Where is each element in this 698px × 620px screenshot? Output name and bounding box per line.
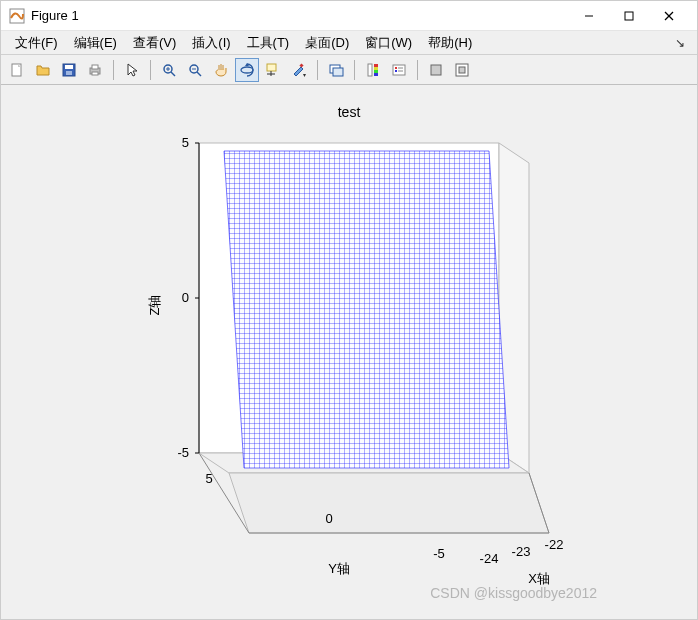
new-figure-icon[interactable] — [5, 58, 29, 82]
open-icon[interactable] — [31, 58, 55, 82]
svg-rect-31 — [374, 64, 378, 67]
data-cursor-icon[interactable] — [261, 58, 285, 82]
colorbar-icon[interactable] — [361, 58, 385, 82]
brush-icon[interactable] — [287, 58, 311, 82]
menu-window[interactable]: 窗口(W) — [357, 32, 420, 54]
menu-edit[interactable]: 编辑(E) — [66, 32, 125, 54]
link-icon[interactable] — [324, 58, 348, 82]
y-axis-label: Y轴 — [328, 561, 350, 576]
toolbar-separator — [317, 60, 318, 80]
menu-desktop[interactable]: 桌面(D) — [297, 32, 357, 54]
svg-rect-33 — [374, 70, 378, 73]
legend-icon[interactable] — [387, 58, 411, 82]
x-tick: -23 — [512, 544, 531, 559]
zoom-in-icon[interactable] — [157, 58, 181, 82]
menubar: 文件(F) 编辑(E) 查看(V) 插入(I) 工具(T) 桌面(D) 窗口(W… — [1, 31, 697, 55]
close-button[interactable] — [649, 2, 689, 30]
window-title: Figure 1 — [31, 8, 79, 23]
svg-rect-35 — [393, 65, 405, 75]
svg-rect-12 — [92, 72, 98, 75]
surface-mesh — [224, 151, 509, 468]
svg-rect-9 — [66, 71, 72, 75]
svg-rect-23 — [267, 64, 276, 71]
print-icon[interactable] — [83, 58, 107, 82]
y-tick: 0 — [325, 511, 332, 526]
plot-area[interactable]: test 5 0 -5 Z轴 5 0 -5 Y轴 -24 -23 -22 X轴 — [1, 85, 697, 619]
toolbar-separator — [417, 60, 418, 80]
toolbar — [1, 55, 697, 85]
z-axis-label: Z轴 — [147, 295, 162, 316]
save-icon[interactable] — [57, 58, 81, 82]
menu-file[interactable]: 文件(F) — [7, 32, 66, 54]
app-icon — [9, 8, 25, 24]
toolbar-separator — [354, 60, 355, 80]
menubar-overflow-icon[interactable]: ↘ — [669, 36, 691, 50]
svg-line-19 — [197, 72, 201, 76]
toolbar-separator — [113, 60, 114, 80]
rotate3d-icon[interactable] — [235, 58, 259, 82]
menu-help[interactable]: 帮助(H) — [420, 32, 480, 54]
z-tick: 0 — [182, 290, 189, 305]
svg-rect-29 — [333, 68, 343, 76]
svg-rect-26 — [299, 63, 303, 67]
maximize-button[interactable] — [609, 2, 649, 30]
svg-rect-40 — [431, 65, 441, 75]
svg-rect-11 — [92, 65, 98, 69]
svg-rect-34 — [374, 73, 378, 76]
pointer-icon[interactable] — [120, 58, 144, 82]
svg-rect-32 — [374, 67, 378, 70]
axes-3d: test 5 0 -5 Z轴 5 0 -5 Y轴 -24 -23 -22 X轴 — [9, 93, 689, 613]
toolbar-separator — [150, 60, 151, 80]
menu-tools[interactable]: 工具(T) — [239, 32, 298, 54]
menu-view[interactable]: 查看(V) — [125, 32, 184, 54]
x-axis-label: X轴 — [528, 571, 550, 586]
svg-rect-42 — [459, 67, 465, 73]
svg-rect-2 — [625, 12, 633, 20]
z-tick: -5 — [177, 445, 189, 460]
svg-rect-8 — [65, 65, 73, 69]
x-tick: -24 — [480, 551, 499, 566]
svg-marker-49 — [229, 473, 549, 533]
svg-line-15 — [171, 72, 175, 76]
svg-point-21 — [241, 67, 253, 73]
y-tick: -5 — [433, 546, 445, 561]
show-plot-tools-icon[interactable] — [450, 58, 474, 82]
z-tick: 5 — [182, 135, 189, 150]
svg-marker-27 — [303, 74, 306, 77]
x-tick: -22 — [545, 537, 564, 552]
menu-insert[interactable]: 插入(I) — [184, 32, 238, 54]
zoom-out-icon[interactable] — [183, 58, 207, 82]
pan-icon[interactable] — [209, 58, 233, 82]
hide-plot-tools-icon[interactable] — [424, 58, 448, 82]
svg-rect-30 — [368, 64, 372, 76]
minimize-button[interactable] — [569, 2, 609, 30]
chart-title: test — [338, 104, 361, 120]
svg-marker-13 — [128, 64, 137, 76]
titlebar: Figure 1 — [1, 1, 697, 31]
